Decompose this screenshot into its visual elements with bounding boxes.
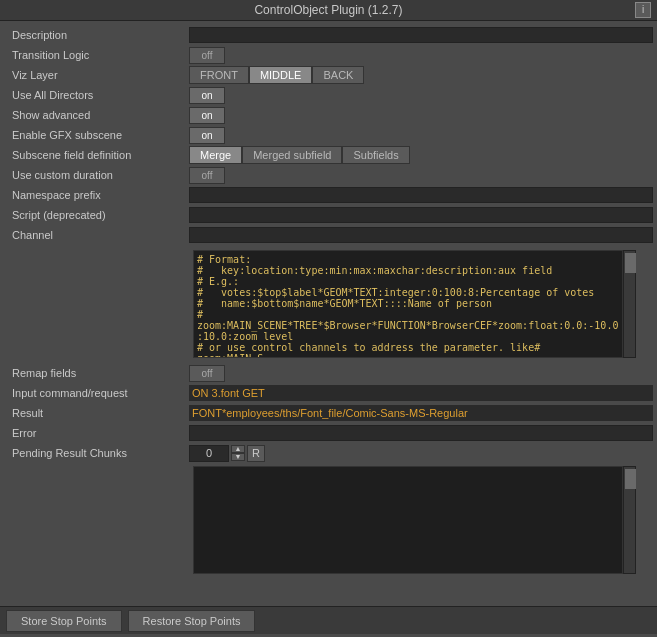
control-viz-layer: FRONT MIDDLE BACK <box>189 66 653 84</box>
tab-middle[interactable]: MIDDLE <box>249 66 313 84</box>
description-input[interactable] <box>189 27 653 43</box>
label-remap-fields: Remap fields <box>4 367 189 379</box>
row-result: Result <box>0 403 657 423</box>
control-input-command <box>189 385 653 401</box>
row-transition-logic: Transition Logic off <box>0 45 657 65</box>
empty-scrollbar-thumb <box>625 469 636 489</box>
control-enable-gfx: on <box>189 127 653 144</box>
label-description: Description <box>4 29 189 41</box>
scrollbar-thumb <box>625 253 636 273</box>
label-show-advanced: Show advanced <box>4 109 189 121</box>
row-error: Error <box>0 423 657 443</box>
row-subscene-field: Subscene field definition Merge Merged s… <box>0 145 657 165</box>
control-transition-logic: off <box>189 47 653 64</box>
error-input[interactable] <box>189 425 653 441</box>
tab-merge[interactable]: Merge <box>189 146 242 164</box>
row-namespace-prefix: Namespace prefix <box>0 185 657 205</box>
toggle-show-advanced[interactable]: on <box>189 107 225 124</box>
spin-buttons: ▲ ▼ <box>231 445 245 462</box>
row-pending-chunks: Pending Result Chunks ▲ ▼ R <box>0 443 657 463</box>
label-transition-logic: Transition Logic <box>4 49 189 61</box>
label-input-command: Input command/request <box>4 387 189 399</box>
r-button[interactable]: R <box>247 445 265 462</box>
control-channel <box>189 227 653 243</box>
toggle-remap-fields[interactable]: off <box>189 365 225 382</box>
namespace-prefix-input[interactable] <box>189 187 653 203</box>
tab-back[interactable]: BACK <box>312 66 364 84</box>
control-use-custom-duration: off <box>189 167 653 184</box>
control-script-deprecated <box>189 207 653 223</box>
restore-stop-points-button[interactable]: Restore Stop Points <box>128 610 256 632</box>
control-remap-fields: off <box>189 365 653 382</box>
label-channel: Channel <box>4 229 189 241</box>
row-viz-layer: Viz Layer FRONT MIDDLE BACK <box>0 65 657 85</box>
row-description: Description <box>0 25 657 45</box>
toggle-transition-logic[interactable]: off <box>189 47 225 64</box>
tab-merged-subfield[interactable]: Merged subfield <box>242 146 342 164</box>
channel-input[interactable] <box>189 227 653 243</box>
pending-chunks-input[interactable] <box>189 445 229 462</box>
tab-front[interactable]: FRONT <box>189 66 249 84</box>
empty-textarea[interactable] <box>193 466 623 574</box>
code-scrollbar[interactable] <box>623 250 636 358</box>
control-pending-chunks: ▲ ▼ R <box>189 445 653 462</box>
label-error: Error <box>4 427 189 439</box>
tab-subfields[interactable]: Subfields <box>342 146 409 164</box>
window-title: ControlObject Plugin (1.2.7) <box>254 3 402 17</box>
row-use-all-directors: Use All Directors on <box>0 85 657 105</box>
control-subscene-field: Merge Merged subfield Subfields <box>189 146 653 164</box>
row-use-custom-duration: Use custom duration off <box>0 165 657 185</box>
store-stop-points-button[interactable]: Store Stop Points <box>6 610 122 632</box>
empty-area-container <box>0 466 657 574</box>
control-show-advanced: on <box>189 107 653 124</box>
control-use-all-directors: on <box>189 87 653 104</box>
result-field[interactable] <box>189 405 653 421</box>
control-error <box>189 425 653 441</box>
row-show-advanced: Show advanced on <box>0 105 657 125</box>
form-area: Description Transition Logic off Viz Lay… <box>0 21 657 606</box>
label-namespace-prefix: Namespace prefix <box>4 189 189 201</box>
label-use-all-directors: Use All Directors <box>4 89 189 101</box>
title-bar: ControlObject Plugin (1.2.7) i <box>0 0 657 21</box>
code-textarea[interactable]: # Format: # key:location:type:min:max:ma… <box>193 250 623 358</box>
toggle-use-custom-duration[interactable]: off <box>189 167 225 184</box>
row-remap-fields: Remap fields off <box>0 363 657 383</box>
control-result <box>189 405 653 421</box>
script-deprecated-input[interactable] <box>189 207 653 223</box>
toggle-enable-gfx[interactable]: on <box>189 127 225 144</box>
info-button[interactable]: i <box>635 2 651 18</box>
row-enable-gfx: Enable GFX subscene on <box>0 125 657 145</box>
row-input-command: Input command/request <box>0 383 657 403</box>
label-script-deprecated: Script (deprecated) <box>4 209 189 221</box>
empty-scrollbar[interactable] <box>623 466 636 574</box>
input-command-field[interactable] <box>189 385 653 401</box>
toggle-use-all-directors[interactable]: on <box>189 87 225 104</box>
label-viz-layer: Viz Layer <box>4 69 189 81</box>
code-area-container: # Format: # key:location:type:min:max:ma… <box>0 248 657 360</box>
spin-down[interactable]: ▼ <box>231 453 245 461</box>
row-channel: Channel <box>0 225 657 245</box>
label-enable-gfx: Enable GFX subscene <box>4 129 189 141</box>
control-description <box>189 27 653 43</box>
row-script-deprecated: Script (deprecated) <box>0 205 657 225</box>
label-result: Result <box>4 407 189 419</box>
bottom-bar: Store Stop Points Restore Stop Points <box>0 606 657 634</box>
label-pending-chunks: Pending Result Chunks <box>4 447 189 459</box>
control-namespace-prefix <box>189 187 653 203</box>
label-use-custom-duration: Use custom duration <box>4 169 189 181</box>
label-subscene-field: Subscene field definition <box>4 149 189 161</box>
spin-up[interactable]: ▲ <box>231 445 245 453</box>
